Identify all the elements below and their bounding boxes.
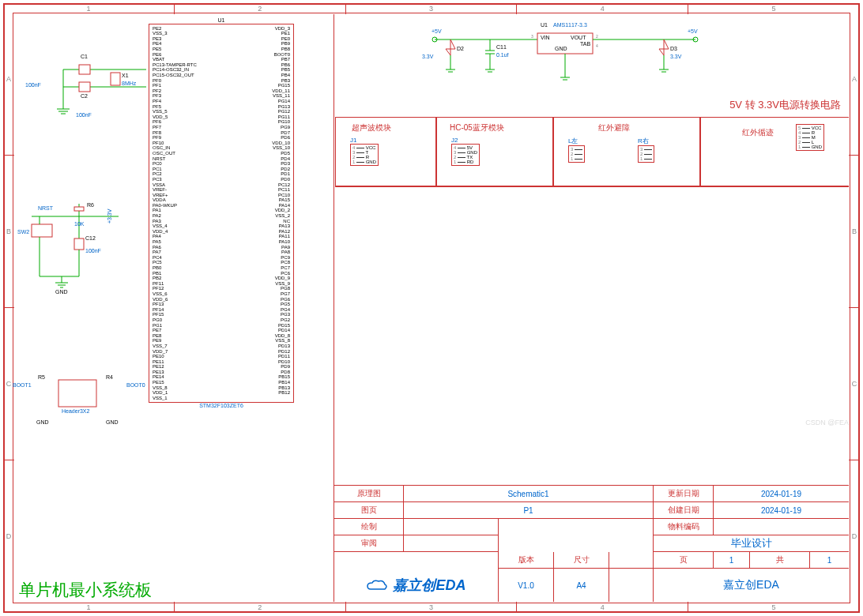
main-title: 单片机最小系统板 [19, 580, 152, 599]
boot1-label: BOOT1 [13, 382, 32, 389]
svg-rect-3 [79, 65, 90, 74]
bt-title: HC-05蓝牙模块 [450, 122, 504, 133]
nrst-label: NRST [38, 205, 53, 212]
c2-val: 100nF [76, 112, 92, 118]
ir-track-module: 红外循迹 5 VCC4 R3 M2 L1 GND [700, 117, 849, 186]
mcu-ref: U1 [149, 17, 294, 24]
tb-page-label: 图页 [334, 502, 404, 519]
tb-version-label: 版本 [499, 552, 554, 569]
tb-size-label: 尺寸 [554, 552, 609, 569]
tb-page-lbl: 页 [654, 552, 714, 569]
tb-material-label: 物料编码 [654, 519, 714, 535]
j2-ref: J2 [451, 137, 480, 144]
tb-update-label: 更新日期 [654, 486, 714, 502]
d2-ref: D2 [457, 46, 464, 52]
ir-avoid-title: 红外避障 [598, 122, 630, 133]
crystal-circuit: C1 100nF C2 100nF X1 8MHz [47, 55, 150, 120]
tb-total-num: 1 [810, 552, 849, 569]
j1-ref: J1 [350, 137, 379, 144]
ruler-left: ABCD [3, 3, 14, 613]
r4-ref: R4 [106, 374, 113, 381]
tb-create-value: 2024-01-19 [714, 502, 849, 519]
tb-logo: 嘉立创EDA [334, 569, 499, 602]
tb-project: 毕业设计 [654, 535, 849, 552]
reset-circuit: NRST R6 10K +3.3V SW2 C12 100nF GND [24, 204, 134, 296]
boot-gnd-l: GND [36, 419, 49, 426]
u1-part: AMS1117-3.3 [553, 22, 587, 28]
power-circuit: +5V +5V VIN VOUT TAB GND 3 2 4 U1 AMS111… [427, 24, 743, 112]
mcu-part: STM32F103ZET6 [149, 403, 294, 409]
svg-text:TAB: TAB [580, 41, 590, 47]
crystal-svg [47, 55, 150, 118]
r6-ref: R6 [87, 202, 94, 208]
r5-ref: R5 [38, 374, 45, 381]
tb-page-value: P1 [404, 502, 654, 519]
svg-text:+5V: +5V [432, 28, 442, 34]
svg-rect-13 [32, 224, 52, 237]
svg-rect-17 [74, 239, 84, 250]
power-svg: +5V +5V VIN VOUT TAB GND 3 2 4 [427, 24, 743, 111]
tb-review-label: 审阅 [334, 535, 404, 552]
reset-svg [24, 204, 134, 295]
reset-gnd: GND [55, 289, 68, 295]
svg-text:3: 3 [531, 34, 533, 39]
sw2-ref: SW2 [17, 229, 29, 235]
c11-ref: C11 [496, 44, 507, 51]
ruler-bottom: 12345 [3, 602, 860, 613]
ultrasonic-title: 超声波模块 [352, 122, 391, 133]
title-block: 原理图 Schematic1 更新日期 2024-01-19 图页 P1 创建日… [334, 485, 849, 602]
tb-page-num: 1 [714, 552, 750, 569]
tb-company: 嘉立创EDA [654, 569, 849, 602]
bluetooth-module: HC-05蓝牙模块 J2 4 5V3 GND2 TX1 RD [436, 117, 553, 186]
ir-avoid-module: 红外避障 L左 3 2 1 R右 3 2 1 [553, 117, 700, 186]
reset-v: +3.3V [107, 209, 113, 224]
ir-track-title: 红外循迹 [742, 127, 774, 138]
c12-ref: C12 [85, 235, 96, 242]
tb-update-value: 2024-01-19 [714, 486, 849, 502]
tb-size: A4 [554, 569, 609, 602]
c12-val: 100nF [85, 248, 101, 254]
svg-rect-24 [58, 380, 96, 407]
svg-text:VOUT: VOUT [571, 35, 586, 40]
d2-val: 3.3V [422, 54, 433, 60]
svg-rect-12 [74, 207, 84, 211]
u1-ref: U1 [541, 22, 548, 28]
x1-freq: 8MHz [122, 81, 136, 87]
svg-marker-54 [446, 39, 455, 55]
watermark: CSDN @FEA [805, 419, 849, 426]
svg-rect-5 [111, 73, 120, 85]
tb-version: V1.0 [499, 569, 554, 602]
tb-draw-label: 绘制 [334, 519, 404, 535]
power-title: 5V 转 3.3V电源转换电路 [729, 100, 841, 111]
ir-right-ref: R右 [638, 137, 654, 145]
d3-ref: D3 [670, 46, 677, 52]
svg-text:GND: GND [555, 46, 567, 51]
lower-divider [335, 186, 849, 187]
tb-schematic-value: Schematic1 [404, 486, 654, 502]
boot0-label: BOOT0 [126, 382, 145, 389]
boot-gnd-r: GND [106, 419, 119, 426]
ruler-right: ABCD [849, 3, 860, 613]
ultrasonic-module: 超声波模块 J1 4 VCC3 T2 R1 GND [335, 117, 436, 186]
svg-text:2: 2 [596, 34, 598, 39]
x1-ref: X1 [122, 73, 129, 79]
tb-schematic-label: 原理图 [334, 486, 404, 502]
svg-text:VIN: VIN [541, 35, 550, 40]
svg-text:4: 4 [596, 43, 598, 48]
c11-val: 0.1uf [496, 52, 509, 58]
c1-val: 100nF [25, 82, 41, 88]
c1-ref: C1 [81, 54, 88, 60]
boot-part: Header3X2 [62, 408, 89, 415]
svg-marker-56 [659, 39, 669, 55]
mcu-block: U1 PE2VDD_3VSS_3PE1PE3PE0PE4PB9PE5PB8PE6… [149, 17, 294, 409]
ruler-top: 12345 [3, 3, 860, 14]
svg-rect-4 [79, 82, 90, 92]
svg-text:+5V: +5V [688, 28, 698, 34]
c2-ref: C2 [81, 93, 88, 100]
d3-val: 3.3V [670, 54, 681, 60]
ir-left-ref: L左 [568, 137, 585, 145]
boot-header-circuit: 12 34 56 +3.3V +3.3V BOOT1 BOOT0 R5 R4 G… [21, 366, 147, 430]
tb-create-label: 创建日期 [654, 502, 714, 519]
tb-total-lbl: 共 [750, 552, 810, 569]
tb-draw-value [404, 519, 499, 535]
